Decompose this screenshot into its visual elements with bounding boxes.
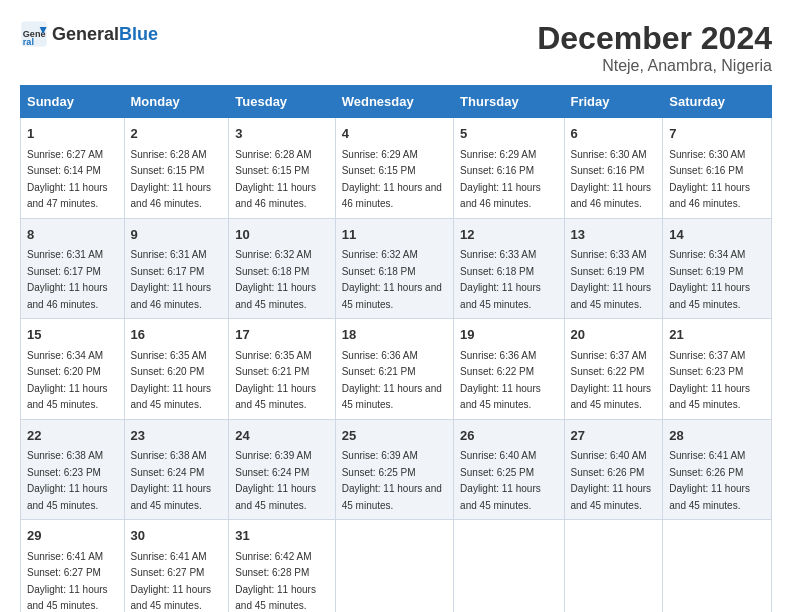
calendar-table: SundayMondayTuesdayWednesdayThursdayFrid… xyxy=(20,85,772,612)
day-number: 31 xyxy=(235,526,328,546)
calendar-cell: 7 Sunrise: 6:30 AMSunset: 6:16 PMDayligh… xyxy=(663,118,772,219)
day-number: 15 xyxy=(27,325,118,345)
day-number: 3 xyxy=(235,124,328,144)
calendar-cell: 28 Sunrise: 6:41 AMSunset: 6:26 PMDaylig… xyxy=(663,419,772,520)
calendar-cell: 6 Sunrise: 6:30 AMSunset: 6:16 PMDayligh… xyxy=(564,118,663,219)
calendar-cell: 17 Sunrise: 6:35 AMSunset: 6:21 PMDaylig… xyxy=(229,319,335,420)
calendar-cell: 4 Sunrise: 6:29 AMSunset: 6:15 PMDayligh… xyxy=(335,118,453,219)
day-number: 22 xyxy=(27,426,118,446)
day-number: 10 xyxy=(235,225,328,245)
calendar-week-row: 29 Sunrise: 6:41 AMSunset: 6:27 PMDaylig… xyxy=(21,520,772,613)
day-info: Sunrise: 6:35 AMSunset: 6:21 PMDaylight:… xyxy=(235,350,316,411)
calendar-cell: 29 Sunrise: 6:41 AMSunset: 6:27 PMDaylig… xyxy=(21,520,125,613)
day-info: Sunrise: 6:28 AMSunset: 6:15 PMDaylight:… xyxy=(131,149,212,210)
day-number: 28 xyxy=(669,426,765,446)
calendar-cell: 26 Sunrise: 6:40 AMSunset: 6:25 PMDaylig… xyxy=(454,419,564,520)
calendar-cell: 13 Sunrise: 6:33 AMSunset: 6:19 PMDaylig… xyxy=(564,218,663,319)
calendar-cell: 15 Sunrise: 6:34 AMSunset: 6:20 PMDaylig… xyxy=(21,319,125,420)
calendar-cell: 9 Sunrise: 6:31 AMSunset: 6:17 PMDayligh… xyxy=(124,218,229,319)
day-info: Sunrise: 6:39 AMSunset: 6:24 PMDaylight:… xyxy=(235,450,316,511)
day-info: Sunrise: 6:28 AMSunset: 6:15 PMDaylight:… xyxy=(235,149,316,210)
day-number: 20 xyxy=(571,325,657,345)
calendar-cell: 3 Sunrise: 6:28 AMSunset: 6:15 PMDayligh… xyxy=(229,118,335,219)
calendar-cell: 10 Sunrise: 6:32 AMSunset: 6:18 PMDaylig… xyxy=(229,218,335,319)
day-number: 23 xyxy=(131,426,223,446)
calendar-cell: 11 Sunrise: 6:32 AMSunset: 6:18 PMDaylig… xyxy=(335,218,453,319)
page-subtitle: Nteje, Anambra, Nigeria xyxy=(537,57,772,75)
day-number: 5 xyxy=(460,124,557,144)
calendar-cell: 31 Sunrise: 6:42 AMSunset: 6:28 PMDaylig… xyxy=(229,520,335,613)
day-number: 17 xyxy=(235,325,328,345)
day-number: 19 xyxy=(460,325,557,345)
day-number: 2 xyxy=(131,124,223,144)
day-info: Sunrise: 6:34 AMSunset: 6:19 PMDaylight:… xyxy=(669,249,750,310)
day-info: Sunrise: 6:40 AMSunset: 6:25 PMDaylight:… xyxy=(460,450,541,511)
calendar-cell: 19 Sunrise: 6:36 AMSunset: 6:22 PMDaylig… xyxy=(454,319,564,420)
day-number: 16 xyxy=(131,325,223,345)
calendar-week-row: 22 Sunrise: 6:38 AMSunset: 6:23 PMDaylig… xyxy=(21,419,772,520)
calendar-cell xyxy=(454,520,564,613)
day-info: Sunrise: 6:32 AMSunset: 6:18 PMDaylight:… xyxy=(235,249,316,310)
day-number: 11 xyxy=(342,225,447,245)
title-area: December 2024 Nteje, Anambra, Nigeria xyxy=(537,20,772,75)
day-number: 24 xyxy=(235,426,328,446)
day-of-week-header: Wednesday xyxy=(335,86,453,118)
day-number: 13 xyxy=(571,225,657,245)
day-number: 26 xyxy=(460,426,557,446)
calendar-cell: 2 Sunrise: 6:28 AMSunset: 6:15 PMDayligh… xyxy=(124,118,229,219)
calendar-cell: 21 Sunrise: 6:37 AMSunset: 6:23 PMDaylig… xyxy=(663,319,772,420)
day-info: Sunrise: 6:31 AMSunset: 6:17 PMDaylight:… xyxy=(27,249,108,310)
calendar-cell: 5 Sunrise: 6:29 AMSunset: 6:16 PMDayligh… xyxy=(454,118,564,219)
calendar-cell: 1 Sunrise: 6:27 AMSunset: 6:14 PMDayligh… xyxy=(21,118,125,219)
day-info: Sunrise: 6:29 AMSunset: 6:16 PMDaylight:… xyxy=(460,149,541,210)
day-info: Sunrise: 6:38 AMSunset: 6:23 PMDaylight:… xyxy=(27,450,108,511)
calendar-cell: 23 Sunrise: 6:38 AMSunset: 6:24 PMDaylig… xyxy=(124,419,229,520)
day-number: 27 xyxy=(571,426,657,446)
day-info: Sunrise: 6:29 AMSunset: 6:15 PMDaylight:… xyxy=(342,149,442,210)
day-info: Sunrise: 6:36 AMSunset: 6:21 PMDaylight:… xyxy=(342,350,442,411)
day-of-week-header: Tuesday xyxy=(229,86,335,118)
svg-text:ral: ral xyxy=(23,37,34,47)
calendar-header-row: SundayMondayTuesdayWednesdayThursdayFrid… xyxy=(21,86,772,118)
day-info: Sunrise: 6:32 AMSunset: 6:18 PMDaylight:… xyxy=(342,249,442,310)
day-info: Sunrise: 6:27 AMSunset: 6:14 PMDaylight:… xyxy=(27,149,108,210)
day-info: Sunrise: 6:41 AMSunset: 6:27 PMDaylight:… xyxy=(27,551,108,612)
day-info: Sunrise: 6:39 AMSunset: 6:25 PMDaylight:… xyxy=(342,450,442,511)
day-info: Sunrise: 6:34 AMSunset: 6:20 PMDaylight:… xyxy=(27,350,108,411)
calendar-cell: 22 Sunrise: 6:38 AMSunset: 6:23 PMDaylig… xyxy=(21,419,125,520)
day-number: 4 xyxy=(342,124,447,144)
calendar-cell xyxy=(663,520,772,613)
day-number: 21 xyxy=(669,325,765,345)
calendar-cell: 24 Sunrise: 6:39 AMSunset: 6:24 PMDaylig… xyxy=(229,419,335,520)
calendar-cell: 27 Sunrise: 6:40 AMSunset: 6:26 PMDaylig… xyxy=(564,419,663,520)
day-info: Sunrise: 6:41 AMSunset: 6:26 PMDaylight:… xyxy=(669,450,750,511)
calendar-cell: 18 Sunrise: 6:36 AMSunset: 6:21 PMDaylig… xyxy=(335,319,453,420)
day-info: Sunrise: 6:40 AMSunset: 6:26 PMDaylight:… xyxy=(571,450,652,511)
calendar-week-row: 1 Sunrise: 6:27 AMSunset: 6:14 PMDayligh… xyxy=(21,118,772,219)
day-info: Sunrise: 6:33 AMSunset: 6:19 PMDaylight:… xyxy=(571,249,652,310)
day-number: 9 xyxy=(131,225,223,245)
calendar-week-row: 15 Sunrise: 6:34 AMSunset: 6:20 PMDaylig… xyxy=(21,319,772,420)
calendar-cell: 12 Sunrise: 6:33 AMSunset: 6:18 PMDaylig… xyxy=(454,218,564,319)
calendar-cell: 16 Sunrise: 6:35 AMSunset: 6:20 PMDaylig… xyxy=(124,319,229,420)
calendar-cell: 20 Sunrise: 6:37 AMSunset: 6:22 PMDaylig… xyxy=(564,319,663,420)
day-info: Sunrise: 6:33 AMSunset: 6:18 PMDaylight:… xyxy=(460,249,541,310)
day-number: 6 xyxy=(571,124,657,144)
day-number: 14 xyxy=(669,225,765,245)
day-info: Sunrise: 6:42 AMSunset: 6:28 PMDaylight:… xyxy=(235,551,316,612)
calendar-cell xyxy=(335,520,453,613)
day-of-week-header: Friday xyxy=(564,86,663,118)
calendar-cell: 30 Sunrise: 6:41 AMSunset: 6:27 PMDaylig… xyxy=(124,520,229,613)
day-of-week-header: Sunday xyxy=(21,86,125,118)
day-info: Sunrise: 6:37 AMSunset: 6:23 PMDaylight:… xyxy=(669,350,750,411)
logo: Gene ral General Blue xyxy=(20,20,158,48)
day-number: 1 xyxy=(27,124,118,144)
calendar-cell: 25 Sunrise: 6:39 AMSunset: 6:25 PMDaylig… xyxy=(335,419,453,520)
day-info: Sunrise: 6:38 AMSunset: 6:24 PMDaylight:… xyxy=(131,450,212,511)
day-info: Sunrise: 6:35 AMSunset: 6:20 PMDaylight:… xyxy=(131,350,212,411)
page-header: Gene ral General Blue December 2024 Ntej… xyxy=(20,20,772,75)
day-of-week-header: Saturday xyxy=(663,86,772,118)
calendar-cell: 8 Sunrise: 6:31 AMSunset: 6:17 PMDayligh… xyxy=(21,218,125,319)
day-of-week-header: Monday xyxy=(124,86,229,118)
day-info: Sunrise: 6:36 AMSunset: 6:22 PMDaylight:… xyxy=(460,350,541,411)
